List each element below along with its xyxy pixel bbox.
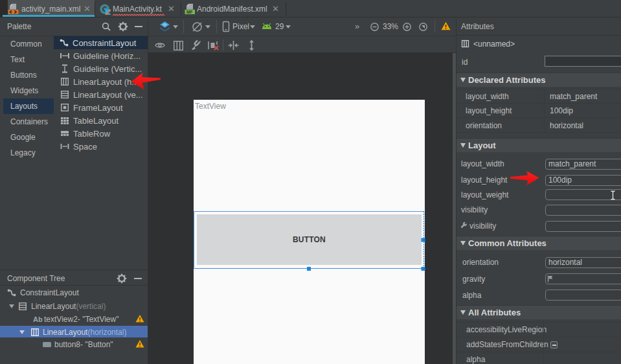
svg-text:MF: MF: [186, 10, 193, 14]
